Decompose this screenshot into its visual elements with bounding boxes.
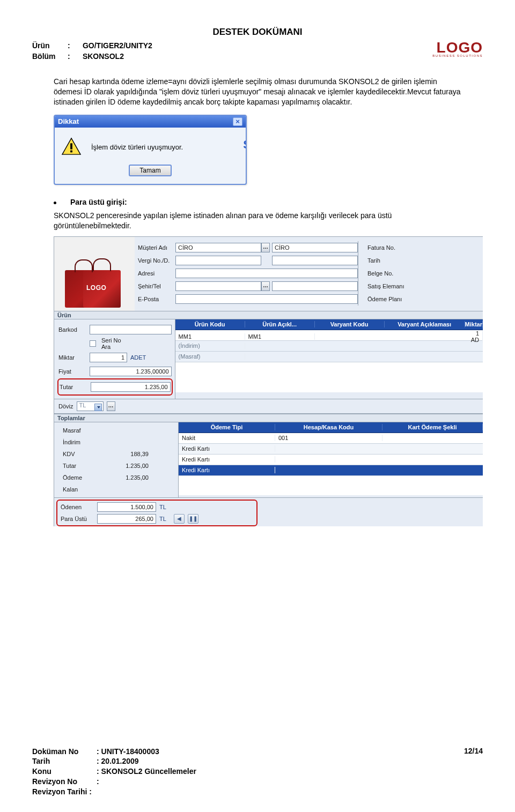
lbl-fiyat: Fiyat xyxy=(58,368,86,375)
logo-bags-image: LOGO xyxy=(54,237,135,311)
lbl-belge: Belge No. xyxy=(367,270,416,277)
page-header: Ürün : GO/TIGER2/UNITY2 Bölüm : SKONSOL2… xyxy=(32,41,483,62)
page-footer: Doküman No: UNITY-18400003 Tarih: 20.01.… xyxy=(32,747,483,797)
doc-title: DESTEK DOKÜMANI xyxy=(32,27,483,38)
fld-eposta[interactable] xyxy=(175,294,358,304)
lookup-sehir[interactable]: … xyxy=(261,281,270,291)
lbl-miktar: Miktar xyxy=(58,354,86,361)
warning-dialog: Dikkat × İşlem döviz türleri uyuşmuyor. … xyxy=(54,115,247,185)
lookup-musteri[interactable]: … xyxy=(261,243,270,252)
urun-value: GO/TIGER2/UNITY2 xyxy=(83,41,152,50)
bolum-label: Bölüm xyxy=(32,51,65,62)
lbl-paraustu: Para Üstü xyxy=(61,516,94,522)
lbl-masraf: Masraf xyxy=(63,427,94,434)
val-tot-tutar: 1.235,00 xyxy=(98,463,152,469)
lbl-tot-odeme: Ödeme xyxy=(63,474,94,481)
section-urun: Ürün xyxy=(54,311,483,319)
logo: LOGO BUSINESS SOLUTIONS xyxy=(432,41,483,57)
fld-sehir[interactable] xyxy=(175,281,261,291)
fld-odenen[interactable]: 1.500,00 xyxy=(97,502,156,512)
lbl-odeme-plani: Ödeme Planı xyxy=(367,296,416,302)
lbl-sehir: Şehir/Tel xyxy=(138,283,175,289)
lbl-fatura: Fatura No. xyxy=(367,244,416,251)
bullet-para-ustu: Para üstü girişi: xyxy=(54,198,483,206)
ok-button[interactable]: Tamam xyxy=(129,165,171,176)
svg-rect-1 xyxy=(70,143,72,149)
urun-grid-header: Ürün Kodu Ürün Açıkl... Varyant Kodu Var… xyxy=(175,319,483,330)
nav-pause-icon[interactable]: ❚❚ xyxy=(188,514,198,524)
payment-grid-header: Ödeme Tipi Hesap/Kasa Kodu Kart Ödeme Şe… xyxy=(179,422,483,433)
dialog-message: İşlem döviz türleri uyuşmuyor. xyxy=(91,143,183,151)
lbl-indirim: İndirim xyxy=(63,439,94,445)
fld-vergi[interactable] xyxy=(175,256,261,265)
f-revtar-lbl: Revizyon Tarihi : xyxy=(32,787,92,796)
f-revno-lbl: Revizyon No xyxy=(32,777,97,787)
logo-main: LOGO xyxy=(432,41,483,54)
bullet-icon xyxy=(54,202,56,204)
lbl-barkod: Barkod xyxy=(58,326,86,333)
urun-label: Ürün xyxy=(32,41,65,51)
lbl-tutar: Tutar xyxy=(60,384,87,390)
chk-seri[interactable] xyxy=(90,340,96,347)
colon: : xyxy=(68,52,70,61)
lbl-musteri: Müşteri Adı xyxy=(138,244,175,251)
f-dokno-val: UNITY-18400003 xyxy=(101,747,159,756)
f-tarih-val: 20.01.2009 xyxy=(101,757,139,765)
val-kdv: 188,39 xyxy=(98,451,152,457)
f-tarih-lbl: Tarih xyxy=(32,756,97,766)
dialog-title: Dikkat xyxy=(58,117,79,125)
val-tot-odeme: 1.235,00 xyxy=(98,474,152,481)
lbl-tarih: Tarih xyxy=(367,257,416,264)
lbl-kalan: Kalan xyxy=(63,486,94,493)
fld-miktar[interactable]: 1 xyxy=(90,353,127,362)
lbl-adres: Adresi xyxy=(138,270,175,277)
lbl-doviz: Döviz xyxy=(58,403,73,409)
f-konu-val: SKONSOL2 Güncellemeler xyxy=(101,767,196,776)
fld-tutar[interactable]: 1.235,00 xyxy=(91,382,171,392)
cur-paraustu: TL xyxy=(159,516,166,522)
close-icon[interactable]: × xyxy=(233,117,242,126)
fld-barkod[interactable] xyxy=(90,325,172,334)
page-number: 12/14 xyxy=(464,747,483,797)
fld-tel[interactable] xyxy=(272,281,358,291)
sel-doviz[interactable]: TL xyxy=(77,401,104,411)
fld-musteri-name[interactable]: CİRO xyxy=(272,243,358,252)
fld-musteri-code[interactable]: CİRO xyxy=(175,243,261,252)
payment-row-kredi-selected[interactable]: Kredi Kartı xyxy=(179,465,483,476)
lookup-doviz[interactable]: … xyxy=(107,401,115,411)
skonsol-panel: LOGO Müşteri Adı CİRO … CİRO Fatura No. … xyxy=(54,236,483,526)
payment-row-kredi-2[interactable]: Kredi Kartı xyxy=(179,455,483,465)
fld-vergi2[interactable] xyxy=(272,256,358,265)
payment-row-kredi-1[interactable]: Kredi Kartı xyxy=(179,444,483,455)
highlight-tutar: Tutar 1.235,00 xyxy=(57,378,173,396)
urun-grid-row[interactable]: MM1 MM1 1 AD xyxy=(175,330,483,341)
highlight-odenen: Ödenen 1.500,00 TL Para Üstü 265,00 TL ◀… xyxy=(56,500,258,526)
payment-row-nakit[interactable]: Nakit 001 xyxy=(179,433,483,444)
paragraph-2: SKONSOL2 penceresinde yapılan işleme ist… xyxy=(54,211,461,231)
fld-fiyat[interactable]: 1.235,00000 xyxy=(90,367,172,376)
lbl-vergi: Vergi No./D. xyxy=(138,257,175,264)
f-konu-lbl: Konu xyxy=(32,766,97,777)
paragraph-1: Cari hesap kartında ödeme izleme=aynı dö… xyxy=(54,77,461,107)
lbl-eposta: E-Posta xyxy=(138,296,175,302)
bolum-value: SKONSOL2 xyxy=(83,52,124,61)
lbl-tot-tutar: Tutar xyxy=(63,463,94,469)
warning-icon xyxy=(61,137,82,157)
section-toplamlar: Toplamlar xyxy=(54,414,483,422)
fld-paraustu: 265,00 xyxy=(97,514,156,524)
lbl-seri: Seri No Ara xyxy=(101,337,129,350)
urun-grid-masraf: (Masraf) xyxy=(175,352,483,362)
unit-miktar: ADET xyxy=(130,354,146,361)
cur-odenen: TL xyxy=(159,504,166,510)
colon: : xyxy=(68,41,70,50)
lbl-satis: Satış Elemanı xyxy=(367,283,416,289)
lbl-kdv: KDV xyxy=(63,451,94,457)
hint-letter: S xyxy=(243,138,247,152)
svg-rect-2 xyxy=(70,150,72,152)
bullet-label: Para üstü girişi: xyxy=(70,198,127,206)
fld-adres[interactable] xyxy=(175,269,358,278)
logo-sub: BUSINESS SOLUTIONS xyxy=(432,54,483,57)
urun-grid-indirim: (İndirim) xyxy=(175,341,483,352)
lbl-odenen: Ödenen xyxy=(61,504,94,510)
nav-prev-icon[interactable]: ◀ xyxy=(174,514,185,524)
